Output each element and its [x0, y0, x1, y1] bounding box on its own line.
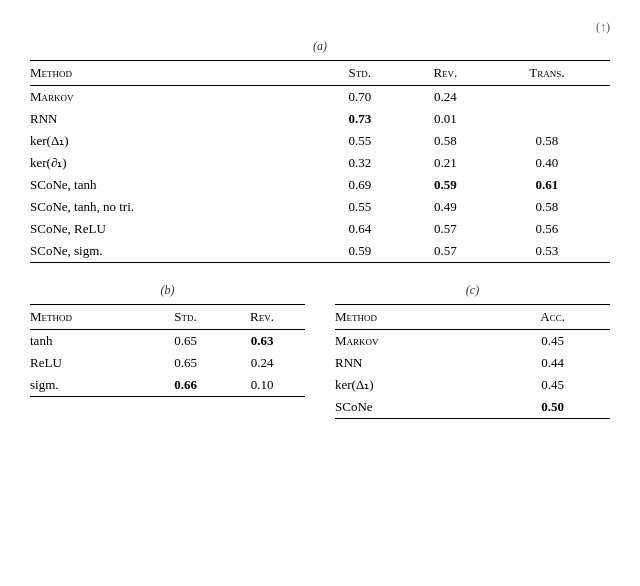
col-std-a: Std.: [323, 61, 407, 86]
table-row: Markov0.45: [335, 330, 610, 353]
cell-acc: 0.50: [503, 396, 610, 419]
cell-trans: 0.58: [494, 196, 610, 218]
table-c: Method Acc. Markov0.45RNN0.44ker(Δ₁)0.45…: [335, 304, 610, 419]
cell-rev: 0.49: [407, 196, 494, 218]
cell-std: 0.55: [323, 130, 407, 152]
cell-rev: 0.57: [407, 240, 494, 263]
cell-std: 0.66: [152, 374, 227, 397]
col-acc-c: Acc.: [503, 305, 610, 330]
table-row: Markov0.700.24: [30, 86, 610, 109]
cell-std: 0.59: [323, 240, 407, 263]
cell-trans: [494, 108, 610, 130]
cell-method: Markov: [335, 330, 503, 353]
table-a-header-row: Method Std. Rev. Trans.: [30, 61, 610, 86]
col-std-b: Std.: [152, 305, 227, 330]
cell-rev: 0.24: [407, 86, 494, 109]
table-row: SCoNe, tanh0.690.590.61: [30, 174, 610, 196]
table-row: SCoNe0.50: [335, 396, 610, 419]
cell-std: 0.70: [323, 86, 407, 109]
cell-method: SCoNe, tanh: [30, 174, 323, 196]
cell-rev: 0.01: [407, 108, 494, 130]
caption-b: (b): [30, 283, 305, 298]
bottom-row: (b) Method Std. Rev. tanh0.650.63ReLU0.6…: [30, 283, 610, 419]
cell-rev: 0.10: [227, 374, 305, 397]
col-method-a: Method: [30, 61, 323, 86]
caption-c: (c): [335, 283, 610, 298]
table-row: SCoNe, ReLU0.640.570.56: [30, 218, 610, 240]
top-reference: (↑): [30, 20, 610, 35]
cell-method: ReLU: [30, 352, 152, 374]
table-b-header-row: Method Std. Rev.: [30, 305, 305, 330]
col-method-c: Method: [335, 305, 503, 330]
cell-rev: 0.24: [227, 352, 305, 374]
table-c-header-row: Method Acc.: [335, 305, 610, 330]
cell-method: RNN: [335, 352, 503, 374]
col-rev-a: Rev.: [407, 61, 494, 86]
table-row: sigm.0.660.10: [30, 374, 305, 397]
table-row: SCoNe, tanh, no tri.0.550.490.58: [30, 196, 610, 218]
cell-rev: 0.63: [227, 330, 305, 353]
cell-method: Markov: [30, 86, 323, 109]
cell-method: SCoNe: [335, 396, 503, 419]
table-row: ker(∂₁)0.320.210.40: [30, 152, 610, 174]
cell-rev: 0.58: [407, 130, 494, 152]
table-row: ker(Δ₁)0.45: [335, 374, 610, 396]
cell-method: ker(Δ₁): [335, 374, 503, 396]
cell-trans: 0.58: [494, 130, 610, 152]
cell-acc: 0.45: [503, 330, 610, 353]
cell-method: SCoNe, sigm.: [30, 240, 323, 263]
cell-trans: 0.40: [494, 152, 610, 174]
cell-rev: 0.21: [407, 152, 494, 174]
cell-trans: 0.61: [494, 174, 610, 196]
cell-acc: 0.45: [503, 374, 610, 396]
col-method-b: Method: [30, 305, 152, 330]
section-a: (a) Method Std. Rev. Trans. Markov0.700.…: [30, 39, 610, 263]
table-row: tanh0.650.63: [30, 330, 305, 353]
cell-std: 0.65: [152, 330, 227, 353]
cell-method: RNN: [30, 108, 323, 130]
cell-method: sigm.: [30, 374, 152, 397]
cell-trans: 0.56: [494, 218, 610, 240]
table-b: Method Std. Rev. tanh0.650.63ReLU0.650.2…: [30, 304, 305, 397]
cell-method: ker(∂₁): [30, 152, 323, 174]
cell-rev: 0.59: [407, 174, 494, 196]
cell-trans: 0.53: [494, 240, 610, 263]
caption-a: (a): [30, 39, 610, 54]
table-row: RNN0.730.01: [30, 108, 610, 130]
col-trans-a: Trans.: [494, 61, 610, 86]
cell-acc: 0.44: [503, 352, 610, 374]
section-b: (b) Method Std. Rev. tanh0.650.63ReLU0.6…: [30, 283, 305, 419]
section-c: (c) Method Acc. Markov0.45RNN0.44ker(Δ₁)…: [335, 283, 610, 419]
table-row: SCoNe, sigm.0.590.570.53: [30, 240, 610, 263]
cell-std: 0.55: [323, 196, 407, 218]
table-row: ker(Δ₁)0.550.580.58: [30, 130, 610, 152]
cell-method: tanh: [30, 330, 152, 353]
cell-std: 0.64: [323, 218, 407, 240]
cell-trans: [494, 86, 610, 109]
cell-rev: 0.57: [407, 218, 494, 240]
table-row: RNN0.44: [335, 352, 610, 374]
col-rev-b: Rev.: [227, 305, 305, 330]
cell-method: SCoNe, ReLU: [30, 218, 323, 240]
table-a: Method Std. Rev. Trans. Markov0.700.24RN…: [30, 60, 610, 263]
cell-std: 0.65: [152, 352, 227, 374]
cell-method: ker(Δ₁): [30, 130, 323, 152]
cell-std: 0.69: [323, 174, 407, 196]
cell-std: 0.32: [323, 152, 407, 174]
cell-method: SCoNe, tanh, no tri.: [30, 196, 323, 218]
table-row: ReLU0.650.24: [30, 352, 305, 374]
cell-std: 0.73: [323, 108, 407, 130]
